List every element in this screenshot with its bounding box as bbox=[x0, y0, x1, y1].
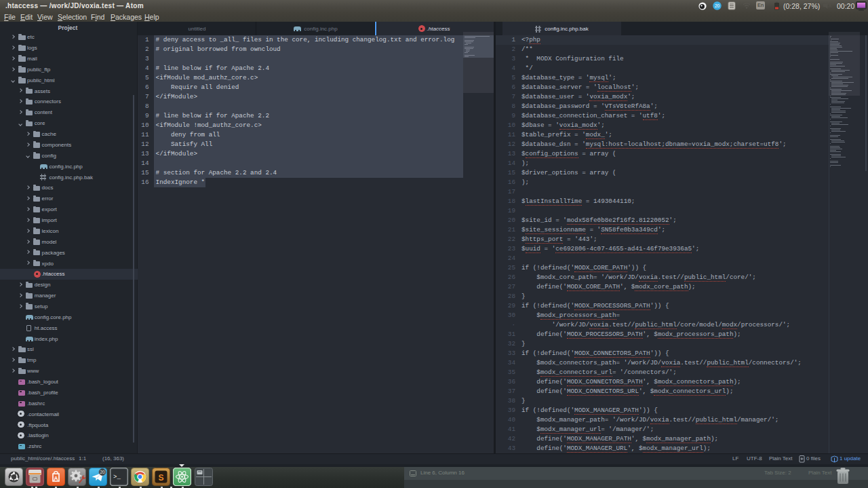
svg-text:20: 20 bbox=[715, 3, 720, 8]
svg-text:S: S bbox=[158, 473, 163, 483]
svg-text:20: 20 bbox=[100, 470, 105, 474]
svg-text:A: A bbox=[54, 475, 58, 482]
svg-text:>_: >_ bbox=[113, 474, 121, 481]
